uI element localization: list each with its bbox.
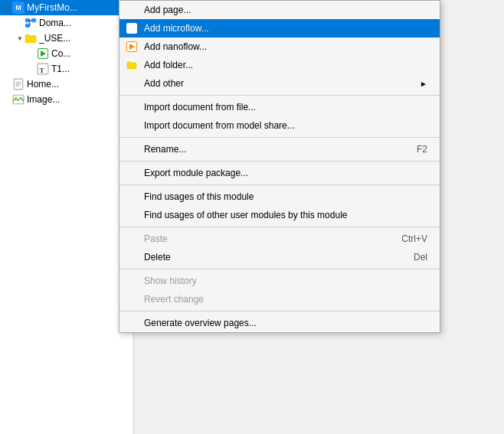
- menu-item-show-history: Show history: [119, 272, 440, 290]
- expand-arrow-t1: [28, 64, 37, 73]
- menu-label-add-folder: Add folder...: [144, 60, 193, 70]
- menu-item-find-usages[interactable]: Find usages of this module: [119, 188, 440, 206]
- tree-item-useFolder[interactable]: ▼ _USE...: [0, 31, 133, 46]
- expand-arrow-myFirstModule: ▼: [3, 3, 12, 12]
- svg-text:T: T: [39, 67, 44, 74]
- tree-item-domainModel[interactable]: Doma...: [0, 15, 133, 31]
- menu-item-export-module[interactable]: Export module package...: [119, 164, 440, 182]
- menu-label-add-other: Add other: [144, 78, 184, 89]
- menu-item-import-file[interactable]: Import document from file...: [119, 98, 440, 116]
- menu-label-add-nanoflow: Add nanoflow...: [144, 41, 207, 52]
- tree-label-co: Co...: [51, 48, 70, 59]
- expand-arrow-image: [3, 95, 12, 104]
- tree-label-useFolder: _USE...: [39, 33, 70, 44]
- tree-item-home[interactable]: Home...: [0, 77, 133, 92]
- menu-item-import-model[interactable]: Import document from model share...: [119, 116, 440, 135]
- tree-item-image[interactable]: Image...: [0, 92, 133, 107]
- microflow-menu-icon: [126, 22, 138, 34]
- separator-7: [119, 311, 440, 312]
- page-icon-home: [12, 78, 25, 90]
- menu-label-rename: Rename...: [144, 144, 186, 155]
- tree-label-image: Image...: [27, 94, 60, 105]
- menu-item-add-page[interactable]: Add page...: [119, 1, 440, 19]
- menu-label-find-usages: Find usages of this module: [144, 191, 254, 202]
- microflow-icon-co: [37, 47, 49, 60]
- menu-label-paste: Paste: [144, 233, 168, 244]
- menu-label-add-page: Add page...: [144, 5, 191, 15]
- separator-6: [119, 269, 440, 269]
- context-menu: Add page... Add microflow... Add nanoflo…: [119, 0, 440, 333]
- menu-item-revert-change: Revert change: [119, 290, 440, 308]
- svg-rect-0: [25, 18, 30, 22]
- tree-label-domain: Doma...: [39, 18, 71, 28]
- menu-label-export-module: Export module package...: [144, 168, 248, 178]
- folder-menu-icon: [126, 59, 138, 71]
- tree-item-co[interactable]: Co...: [0, 46, 133, 61]
- folder-icon-use: [25, 32, 37, 44]
- shortcut-rename: F2: [386, 144, 427, 155]
- tree-label-myFirstModule: MyFirstMo...: [27, 2, 77, 13]
- expand-arrow-domain: [15, 18, 25, 28]
- menu-item-add-folder[interactable]: Add folder...: [119, 56, 440, 74]
- shortcut-delete: Del: [383, 252, 427, 263]
- menu-item-generate-overview[interactable]: Generate overview pages...: [119, 314, 440, 332]
- expand-arrow-home: [3, 80, 12, 89]
- nanoflow-menu-icon: [126, 41, 138, 53]
- submenu-arrow: ►: [420, 80, 427, 88]
- image-icon: [12, 93, 25, 106]
- menu-label-import-model: Import document from model share...: [144, 120, 295, 131]
- separator-4: [119, 184, 440, 185]
- separator-2: [119, 137, 440, 138]
- expand-arrow-useFolder: ▼: [15, 34, 25, 43]
- separator-5: [119, 227, 440, 227]
- menu-label-generate-overview: Generate overview pages...: [144, 318, 257, 328]
- svg-rect-2: [25, 24, 30, 28]
- menu-item-rename[interactable]: Rename... F2: [119, 140, 440, 158]
- menu-item-delete[interactable]: Delete Del: [119, 248, 440, 266]
- svg-rect-1: [31, 18, 36, 22]
- menu-label-add-microflow: Add microflow...: [144, 23, 209, 34]
- tree-panel: ▼ M MyFirstMo... Doma... ▼ _USE.: [0, 0, 134, 434]
- shortcut-paste: Ctrl+V: [371, 233, 427, 244]
- separator-1: [119, 95, 440, 96]
- separator-3: [119, 161, 440, 162]
- menu-label-show-history: Show history: [144, 276, 197, 286]
- menu-item-add-microflow[interactable]: Add microflow...: [119, 19, 440, 38]
- domain-icon: [25, 17, 37, 29]
- menu-item-add-nanoflow[interactable]: Add nanoflow...: [119, 38, 440, 56]
- tree-item-myFirstModule[interactable]: ▼ M MyFirstMo...: [0, 0, 133, 15]
- menu-label-import-file: Import document from file...: [144, 102, 256, 113]
- tree-label-home: Home...: [27, 79, 59, 90]
- tree-label-t1: T1...: [51, 64, 70, 74]
- menu-item-paste: Paste Ctrl+V: [119, 230, 440, 248]
- tree-item-t1[interactable]: T T1...: [0, 61, 133, 77]
- menu-item-find-other-usages[interactable]: Find usages of other user modules by thi…: [119, 206, 440, 224]
- module-icon: M: [12, 2, 25, 14]
- menu-label-find-other-usages: Find usages of other user modules by thi…: [144, 210, 347, 220]
- menu-label-revert-change: Revert change: [144, 294, 204, 305]
- menu-label-delete: Delete: [144, 252, 171, 263]
- text-icon-t1: T: [37, 63, 49, 75]
- menu-item-add-other[interactable]: Add other ►: [119, 74, 440, 93]
- expand-arrow-co: [28, 49, 37, 58]
